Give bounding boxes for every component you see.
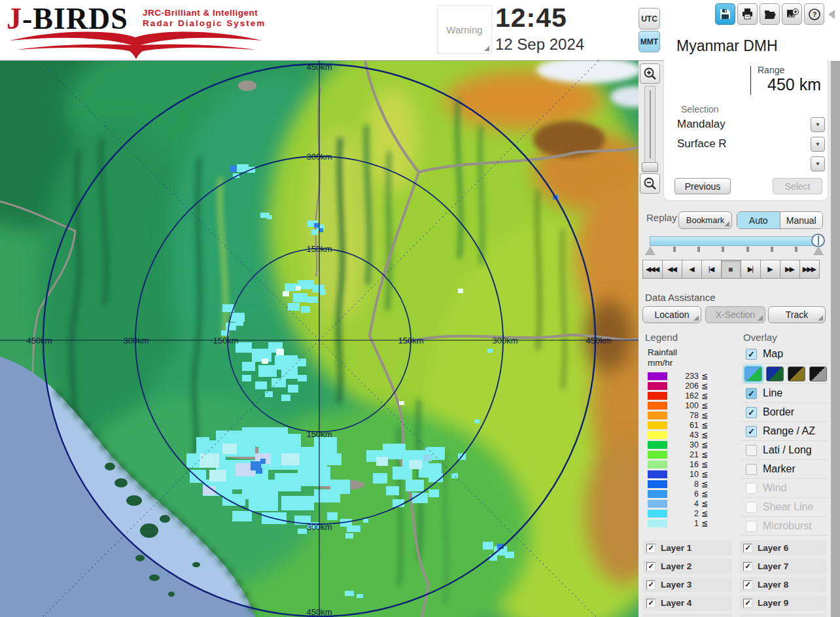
- step-forward-button[interactable]: ▶|: [741, 260, 761, 279]
- overlay-item-microburst[interactable]: Microburst: [741, 517, 828, 536]
- zoom-slider-handle[interactable]: [642, 162, 658, 172]
- forward-fastest-button[interactable]: ▶▶▶: [799, 260, 820, 279]
- legend-value: 206: [667, 381, 699, 391]
- legend-value: 100: [667, 401, 699, 410]
- layer-toggle-layer-2[interactable]: ✓Layer 2: [643, 559, 732, 574]
- checkbox-icon[interactable]: ✓: [646, 562, 656, 571]
- checkbox-icon[interactable]: [746, 521, 757, 532]
- slider-start-marker[interactable]: [645, 246, 656, 255]
- x-section-button[interactable]: X-Section: [705, 306, 765, 323]
- slider-tick: [722, 247, 724, 252]
- range-label: 300km: [492, 336, 517, 345]
- utc-button[interactable]: UTC: [639, 8, 660, 29]
- svg-text:?: ?: [812, 10, 816, 18]
- logo-subtitle-1: JRC-Brilliant & Intelligent: [143, 8, 258, 18]
- manual-toggle[interactable]: Manual: [780, 212, 823, 228]
- checkbox-icon[interactable]: ✓: [743, 562, 752, 571]
- selection-dropdown-1[interactable]: Mandalay▼: [674, 117, 825, 133]
- replay-slider-handle[interactable]: [811, 234, 825, 247]
- layer-toggle-partial[interactable]: [643, 614, 732, 617]
- checkbox-icon[interactable]: ✓: [646, 599, 656, 608]
- legend-color-swatch: [648, 470, 667, 478]
- stop-button[interactable]: ■: [721, 260, 741, 279]
- track-button[interactable]: Track: [768, 306, 826, 323]
- checkbox-icon[interactable]: ✓: [746, 426, 757, 437]
- dropdown-arrow-icon[interactable]: ▼: [811, 137, 825, 152]
- legend-entry: 10≦: [648, 469, 733, 479]
- panel-scrollbar[interactable]: [831, 61, 840, 617]
- legend-scale: 233≦206≦162≦100≦78≦61≦43≦30≦21≦16≦10≦8≦6…: [648, 371, 733, 528]
- overlay-item-line[interactable]: ✓Line: [741, 384, 828, 403]
- checkbox-icon[interactable]: ✓: [646, 580, 656, 590]
- layer-toggle-layer-4[interactable]: ✓Layer 4: [643, 595, 732, 610]
- layer-toggle-layer-1[interactable]: ✓Layer 1: [643, 540, 732, 555]
- play-reverse-button[interactable]: ◀: [682, 260, 702, 279]
- checkbox-icon[interactable]: [746, 445, 757, 456]
- step-backward-button[interactable]: |◀: [701, 260, 722, 279]
- dropdown-arrow-icon[interactable]: ▼: [811, 156, 825, 171]
- map-style-1[interactable]: [744, 366, 762, 381]
- dropdown-arrow-icon[interactable]: ▼: [811, 117, 825, 132]
- overlay-item-map[interactable]: ✓Map: [741, 345, 828, 364]
- open-file-button[interactable]: [760, 3, 780, 25]
- checkbox-icon[interactable]: ✓: [743, 544, 752, 553]
- previous-button[interactable]: Previous: [674, 178, 731, 194]
- map-style-4[interactable]: [809, 366, 827, 381]
- layer-toggle-layer-9[interactable]: ✓Layer 9: [740, 595, 826, 610]
- forward-fast-button[interactable]: ▶▶: [780, 260, 800, 279]
- overlay-item-lati-long[interactable]: Lati / Long: [741, 441, 828, 460]
- rewind-fast-button[interactable]: ◀◀: [662, 260, 682, 279]
- selection-dropdown-3[interactable]: ▼: [674, 156, 825, 173]
- layer-toggle-layer-3[interactable]: ✓Layer 3: [643, 577, 732, 592]
- replay-slider-track[interactable]: [650, 236, 823, 246]
- map-style-2[interactable]: [766, 366, 784, 381]
- checkbox-icon[interactable]: ✓: [743, 599, 752, 608]
- checkbox-icon[interactable]: ✓: [746, 349, 757, 360]
- overlay-item-shear-line[interactable]: Shear Line: [741, 498, 828, 517]
- location-button[interactable]: Location: [642, 306, 701, 323]
- auto-toggle[interactable]: Auto: [737, 212, 780, 228]
- lte-symbol: ≦: [701, 431, 708, 440]
- rewind-fastest-button[interactable]: ◀◀◀: [642, 260, 663, 279]
- checkbox-icon[interactable]: ✓: [746, 388, 757, 399]
- play-button[interactable]: ▶: [760, 260, 780, 279]
- checkbox-icon[interactable]: ✓: [743, 580, 752, 590]
- layer-toggle-partial[interactable]: [740, 614, 826, 617]
- map-style-3[interactable]: [788, 366, 805, 381]
- mmt-button[interactable]: MMT: [639, 31, 660, 52]
- checkbox-icon[interactable]: ✓: [746, 407, 757, 418]
- zoom-in-button[interactable]: [640, 63, 660, 84]
- slider-end-marker[interactable]: [813, 246, 824, 255]
- select-button[interactable]: Select: [773, 178, 822, 194]
- print-button[interactable]: [737, 3, 758, 25]
- logo-subtitle-2: Radar Dialogic System: [143, 18, 266, 28]
- zoom-slider-track[interactable]: [644, 86, 656, 171]
- save-button[interactable]: [715, 3, 735, 25]
- export-image-button[interactable]: [782, 3, 802, 25]
- overlay-item-range-az[interactable]: ✓Range / AZ: [741, 422, 828, 441]
- zoom-out-button[interactable]: [640, 173, 660, 194]
- lte-symbol: ≦: [701, 499, 708, 508]
- panel-collapse-arrow-icon[interactable]: [828, 10, 835, 19]
- legend-color-swatch: [648, 520, 667, 527]
- checkbox-icon[interactable]: [746, 483, 757, 494]
- bookmark-button[interactable]: Bookmark: [678, 211, 732, 229]
- checkbox-icon[interactable]: [746, 464, 757, 475]
- radar-map-display[interactable]: 450km300km150km150km300km450km450km300km…: [0, 61, 639, 617]
- layer-toggle-layer-8[interactable]: ✓Layer 8: [740, 577, 826, 592]
- layer-toggle-layer-7[interactable]: ✓Layer 7: [740, 559, 826, 574]
- lte-symbol: ≦: [701, 480, 708, 489]
- warning-button[interactable]: Warning: [437, 5, 492, 54]
- layer-toggle-layer-6[interactable]: ✓Layer 6: [740, 540, 826, 555]
- selection-dropdown-2[interactable]: Surface R▼: [674, 137, 825, 153]
- overlay-item-wind[interactable]: Wind: [741, 479, 828, 498]
- range-label: 300km: [306, 522, 332, 532]
- range-label: Range: [758, 65, 784, 75]
- layer-label: Layer 4: [661, 598, 691, 608]
- checkbox-icon[interactable]: [746, 502, 757, 513]
- checkbox-icon[interactable]: ✓: [646, 544, 656, 553]
- legend-entry: 30≦: [648, 440, 733, 450]
- overlay-item-border[interactable]: ✓Border: [741, 403, 828, 422]
- help-button[interactable]: ?: [804, 3, 824, 25]
- overlay-item-marker[interactable]: Marker: [741, 460, 828, 479]
